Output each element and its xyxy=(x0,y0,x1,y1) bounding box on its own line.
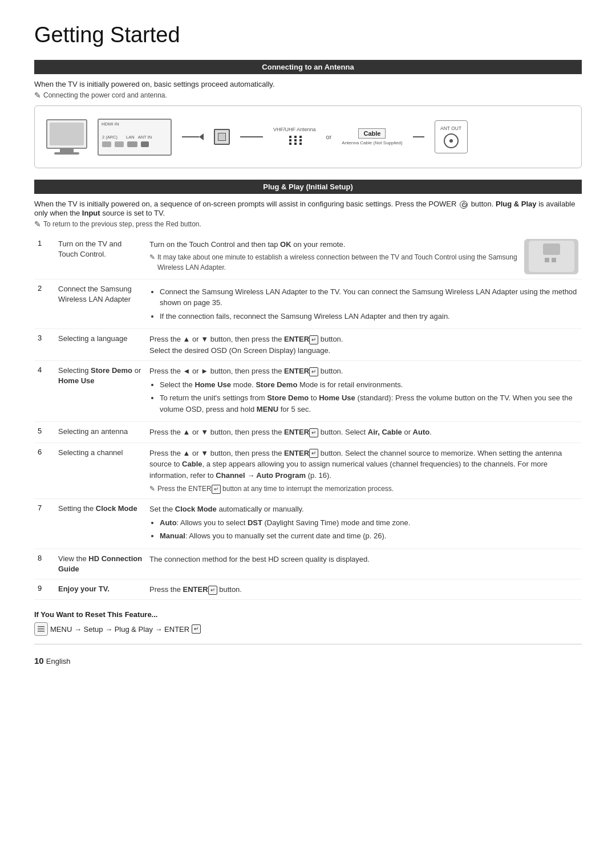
port-label-2arc: 2 (ARC) xyxy=(102,135,117,140)
svg-rect-1 xyxy=(543,244,560,255)
step-content-9: Press the ENTER↵ button. xyxy=(146,579,582,600)
step-label-5: Selecting an antenna xyxy=(55,422,146,443)
step-label-1: Turn on the TV and Touch Control. xyxy=(55,234,146,279)
enter-icon-4: ↵ xyxy=(309,367,318,376)
ant-out-box: ANT OUT xyxy=(435,120,468,153)
connector-inner xyxy=(218,133,226,141)
step-num-1: 1 xyxy=(34,234,55,279)
step6-note: ✎ Press the ENTER↵ button at any time to… xyxy=(149,484,578,494)
vhf-symbol: ⫶⫶⫶ xyxy=(287,133,302,147)
table-row: 3 Selecting a language Press the ▲ or ▼ … xyxy=(34,329,582,361)
power-icon: ⏻ xyxy=(460,201,468,209)
hdmi-port xyxy=(102,141,111,147)
tv-screen xyxy=(46,119,87,149)
step1-note: ✎ It may take about one minute to establ… xyxy=(149,252,520,273)
svg-rect-4 xyxy=(38,626,44,627)
list-item: Connect the Samsung Wireless LAN Adapter… xyxy=(160,286,578,309)
arrowhead xyxy=(199,133,204,140)
table-row: 8 View the HD Connection Guide The conne… xyxy=(34,549,582,579)
hdmi-port2 xyxy=(115,141,124,147)
table-row: 5 Selecting an antenna Press the ▲ or ▼ … xyxy=(34,422,582,443)
step-label-4: Selecting Store Demo or Home Use xyxy=(55,361,146,422)
enter-icon-reset: ↵ xyxy=(192,624,201,634)
tv-screen-inner xyxy=(50,123,84,145)
step-content-2: Connect the Samsung Wireless LAN Adapter… xyxy=(146,279,582,329)
list-item: Manual: Allows you to manually set the c… xyxy=(160,530,578,542)
step-num-5: 5 xyxy=(34,422,55,443)
note-icon-6: ✎ xyxy=(149,484,155,494)
table-row: 6 Selecting a channel Press the ▲ or ▼ b… xyxy=(34,443,582,499)
reset-section: If You Want to Reset This Feature... MEN… xyxy=(34,610,582,636)
step-num-4: 4 xyxy=(34,361,55,422)
bottom-divider xyxy=(34,644,582,644)
cable-section: Cable Antenna Cable (Not Supplied) xyxy=(342,128,402,145)
list-item: Select the Home Use mode. Store Demo Mod… xyxy=(160,379,578,391)
note-icon-2: ✎ xyxy=(34,220,41,229)
plug-play-note: ✎ To return to the previous step, press … xyxy=(34,220,582,229)
reset-title: If You Want to Reset This Feature... xyxy=(34,610,582,619)
vhf-section: VHF/UHF Antenna ⫶⫶⫶ xyxy=(273,127,316,147)
enter-icon: ↵ xyxy=(309,335,318,344)
tv-silhouette xyxy=(46,119,87,155)
enter-icon-6: ↵ xyxy=(309,449,318,458)
step7-bullets: Auto: Allows you to select DST (Daylight… xyxy=(160,517,578,542)
step-label-8: View the HD Connection Guide xyxy=(55,549,146,579)
vhf-label: VHF/UHF Antenna xyxy=(273,127,316,132)
step-num-2: 2 xyxy=(34,279,55,329)
port-shapes xyxy=(102,141,167,147)
port-label-ant: ANT IN xyxy=(138,135,152,140)
arrow-left xyxy=(182,133,204,140)
table-row: 4 Selecting Store Demo or Home Use Press… xyxy=(34,361,582,422)
step-label-3: Selecting a language xyxy=(55,329,146,361)
wire2 xyxy=(413,136,424,137)
ant-out-circle xyxy=(444,133,459,148)
step-label-2: Connect the Samsung Wireless LAN Adapter xyxy=(55,279,146,329)
table-row: 7 Setting the Clock Mode Set the Clock M… xyxy=(34,499,582,549)
step-label-9: Enjoy your TV. xyxy=(55,579,146,600)
step2-bullets: Connect the Samsung Wireless LAN Adapter… xyxy=(160,286,578,322)
step-num-7: 7 xyxy=(34,499,55,549)
page-number-line: 10 English xyxy=(34,656,582,666)
step-num-3: 3 xyxy=(34,329,55,361)
enter-icon-9: ↵ xyxy=(208,586,217,595)
svg-rect-2 xyxy=(545,258,549,262)
svg-rect-3 xyxy=(552,258,556,262)
back-panel: HDMI IN 2 (ARC) LAN ANT IN xyxy=(98,119,172,156)
ant-port xyxy=(141,141,149,147)
cable-note: Antenna Cable (Not Supplied) xyxy=(342,140,402,145)
steps-table: 1 Turn on the TV and Touch Control. Turn… xyxy=(34,234,582,601)
enter-icon-5: ↵ xyxy=(309,428,318,437)
tv-base xyxy=(54,152,79,155)
list-item: Auto: Allows you to select DST (Daylight… xyxy=(160,517,578,529)
touch-control-image xyxy=(524,239,578,274)
svg-rect-5 xyxy=(38,628,44,630)
table-row: 1 Turn on the TV and Touch Control. Turn… xyxy=(34,234,582,279)
menu-path-text: MENU → Setup → Plug & Play → ENTER xyxy=(50,625,189,634)
step-num-6: 6 xyxy=(34,443,55,499)
list-item: To return the unit's settings from Store… xyxy=(160,392,578,415)
step-num-9: 9 xyxy=(34,579,55,600)
plug-play-intro: When the TV is initially powered on, a s… xyxy=(34,200,582,217)
antenna-section-header: Connecting to an Antenna xyxy=(34,60,582,74)
menu-icon-box xyxy=(34,622,48,636)
table-row: 9 Enjoy your TV. Press the ENTER↵ button… xyxy=(34,579,582,600)
enter-icon-6b: ↵ xyxy=(212,485,221,494)
list-item: If the connection fails, reconnect the S… xyxy=(160,311,578,322)
lan-port xyxy=(127,141,137,147)
ant-out-label: ANT OUT xyxy=(440,125,461,131)
touch-control-svg xyxy=(529,241,574,272)
antenna-diagram: HDMI IN 2 (ARC) LAN ANT IN VHF/UHF Anten… xyxy=(34,106,582,168)
menu-path: MENU → Setup → Plug & Play → ENTER ↵ xyxy=(34,622,582,636)
svg-rect-6 xyxy=(38,631,44,632)
wire xyxy=(182,136,199,137)
step-content-3: Press the ▲ or ▼ button, then press the … xyxy=(146,329,582,361)
page-number: 10 xyxy=(34,656,44,666)
page-title: Getting Started xyxy=(34,23,582,47)
menu-icon-svg xyxy=(37,625,45,633)
step-content-1: Turn on the Touch Control and then tap O… xyxy=(146,234,582,279)
note-icon-3: ✎ xyxy=(149,252,155,273)
step-content-8: The connection method for the best HD sc… xyxy=(146,549,582,579)
connector-block xyxy=(214,129,230,145)
hdmi-label: HDMI IN xyxy=(102,121,119,127)
step-label-6: Selecting a channel xyxy=(55,443,146,499)
